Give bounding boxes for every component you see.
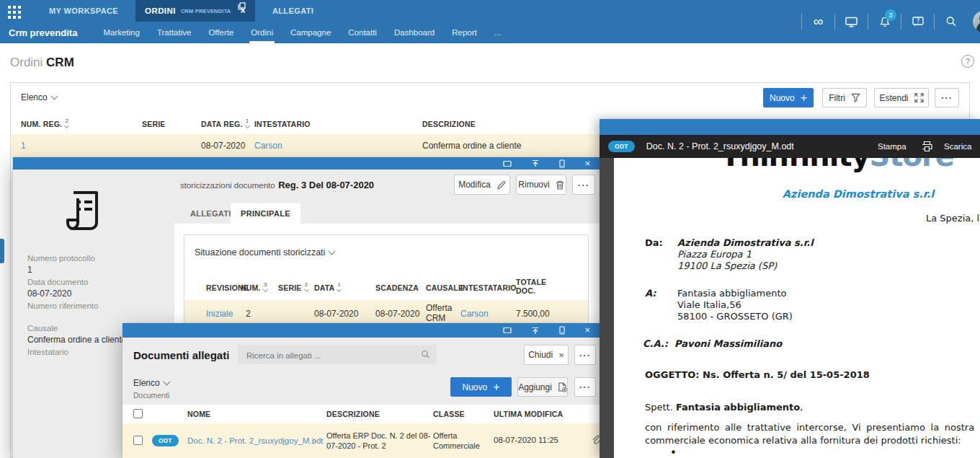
company-name: Azienda Dimostrativa s.r.l: [714, 188, 980, 200]
search-icon[interactable]: [421, 350, 430, 359]
edit-label: Modifica: [458, 180, 491, 190]
download-label[interactable]: Scarica: [944, 142, 971, 151]
help-chat-icon[interactable]: ?: [901, 16, 934, 27]
attachments-more-button-2[interactable]: ···: [574, 377, 596, 397]
order-customer-link[interactable]: Carson: [254, 141, 282, 151]
new-order-button[interactable]: Nuovo+: [763, 88, 814, 107]
user-avatar[interactable]: [973, 11, 980, 32]
orders-view-selector[interactable]: Elenco: [21, 92, 57, 102]
print-label[interactable]: Stampa: [878, 142, 906, 151]
infinity-icon[interactable]: [802, 15, 834, 28]
column-nome[interactable]: NOME: [187, 410, 210, 418]
nav-item-campagne[interactable]: Campagne: [290, 22, 331, 43]
select-all-checkbox[interactable]: [133, 409, 143, 418]
section-collapse-toggle[interactable]: Situazione documenti storicizzati: [195, 247, 334, 257]
tab-principale[interactable]: PRINCIPALE: [231, 203, 300, 224]
duplicate-window-icon[interactable]: [238, 2, 246, 10]
plus-icon: +: [493, 384, 499, 391]
new-attachment-button[interactable]: Nuovo+: [450, 377, 512, 397]
expand-icon: [914, 93, 924, 102]
filters-button[interactable]: Filtri: [822, 88, 867, 107]
tab-my-workspace[interactable]: MY WORKSPACE: [32, 0, 135, 22]
mobile-view-icon[interactable]: [559, 326, 565, 335]
close-icon: ×: [558, 350, 564, 361]
add-attachment-button[interactable]: Aggiungi: [517, 377, 568, 397]
column-classe[interactable]: CLASSE: [433, 410, 465, 418]
printer-icon[interactable]: [921, 141, 933, 152]
column-data-reg[interactable]: DATA REG.1: [201, 120, 249, 129]
remove-label: Rimuovi: [518, 180, 549, 190]
notifications-bell-icon[interactable]: 3: [868, 16, 901, 28]
extend-button[interactable]: Estendi: [874, 88, 929, 107]
column-num-reg[interactable]: NUM. REG.2: [21, 120, 68, 129]
revision-customer-link[interactable]: Carson: [460, 309, 489, 319]
column-serie[interactable]: SERIE2: [278, 283, 308, 293]
dialog-more-button[interactable]: ···: [572, 175, 595, 195]
attachments-search: [238, 345, 437, 364]
nav-item-dashboard[interactable]: Dashboard: [394, 22, 435, 43]
column-num[interactable]: NUM.3: [241, 283, 267, 293]
orders-more-button[interactable]: ···: [935, 88, 959, 107]
search-input[interactable]: [245, 345, 414, 366]
nav-item-report[interactable]: Report: [452, 22, 477, 43]
remove-button[interactable]: Rimuovi: [516, 175, 566, 195]
module-nav: Crm prevendita Marketing Trattative Offe…: [0, 22, 518, 43]
attachments-more-button[interactable]: ···: [574, 345, 596, 365]
help-icon[interactable]: ?: [961, 55, 974, 68]
window-restore-icon[interactable]: [503, 327, 512, 334]
nav-item-more[interactable]: ...: [494, 22, 502, 43]
nav-item-marketing[interactable]: Marketing: [103, 22, 140, 43]
column-data[interactable]: DATA1: [314, 283, 341, 293]
module-title: Crm prevendita: [9, 27, 77, 38]
odt-badge: ODT: [152, 435, 179, 446]
field-value: 08-07-2020: [27, 289, 71, 299]
mobile-view-icon[interactable]: [559, 159, 565, 168]
attention-line: C.A.: Pavoni Massimiliano: [643, 338, 782, 349]
sort-indicator: 2: [65, 118, 68, 128]
column-causale[interactable]: CAUSALE: [426, 283, 463, 292]
monitor-icon[interactable]: [835, 16, 868, 27]
column-intestatario[interactable]: INTESTATARIO: [254, 120, 311, 128]
nav-item-trattative[interactable]: Trattative: [157, 22, 192, 43]
note-icon: [311, 437, 318, 445]
tab-my-workspace-label: MY WORKSPACE: [49, 6, 118, 15]
order-number-link[interactable]: 1: [21, 141, 26, 151]
column-ultima-modifica[interactable]: ULTIMA MODIFICA: [494, 410, 563, 418]
odt-badge: ODT: [608, 141, 635, 152]
column-descrizione[interactable]: DESCRIZIONE: [422, 120, 476, 128]
app-grid-icon[interactable]: [8, 6, 11, 9]
tab-allegati[interactable]: ALLEGATI: [255, 0, 331, 22]
revision-link[interactable]: Iniziale: [206, 309, 233, 319]
funnel-icon: [851, 93, 860, 102]
window-restore-icon[interactable]: [503, 160, 512, 167]
close-icon[interactable]: ×: [584, 160, 590, 167]
column-totale[interactable]: TOTALEDOC.: [516, 278, 546, 295]
row-checkbox[interactable]: [133, 436, 143, 445]
dialog-title: Documenti allegati: [133, 349, 229, 361]
window-popout-icon[interactable]: [531, 159, 540, 167]
close-dialog-button[interactable]: Chiudi ×: [524, 345, 569, 365]
revision-num: 2: [246, 309, 251, 319]
side-panel-handle[interactable]: [0, 239, 4, 263]
column-descrizione[interactable]: DESCRIZIONE: [326, 410, 380, 418]
search-icon[interactable]: [935, 16, 967, 27]
attachments-view-selector[interactable]: Elenco: [133, 378, 169, 388]
more-options-icon: ···: [941, 92, 953, 103]
edit-button[interactable]: Modifica: [454, 175, 510, 195]
nav-item-offerte[interactable]: Offerte: [208, 22, 233, 43]
trash-icon: [556, 180, 564, 190]
tab-ordini-sublabel: CRM PREVENDITA: [181, 8, 231, 14]
window-popout-icon[interactable]: [531, 327, 540, 335]
orders-view-label: Elenco: [21, 92, 48, 102]
nav-item-ordini[interactable]: Ordini: [251, 22, 273, 43]
column-intestatario[interactable]: INTESTATARIO: [460, 283, 517, 292]
pencil-icon: [496, 180, 506, 190]
nav-item-contatti[interactable]: Contatti: [348, 22, 377, 43]
close-icon[interactable]: ×: [584, 327, 590, 334]
column-scadenza[interactable]: SCADENZA: [375, 283, 419, 292]
attachment-name-link[interactable]: Doc. N. 2 - Prot. 2_rsuxydjgoy_M.odt: [187, 436, 324, 445]
attachment-row[interactable]: ODT Doc. N. 2 - Prot. 2_rsuxydjgoy_M.odt…: [122, 423, 600, 458]
document-journal-icon: [63, 189, 105, 234]
preview-filename: Doc. N. 2 - Prot. 2_rsuxydjgoy_M.odt: [646, 141, 794, 151]
column-serie[interactable]: SERIE: [142, 120, 166, 128]
